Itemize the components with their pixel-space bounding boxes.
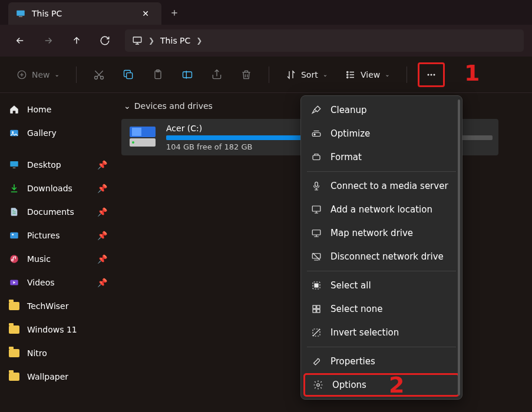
sidebar-item-label: Nitro bbox=[27, 348, 47, 358]
new-label: New bbox=[32, 70, 50, 79]
svg-rect-32 bbox=[312, 206, 320, 211]
sidebar-item-desktop[interactable]: Desktop 📌 bbox=[4, 153, 112, 177]
svg-point-42 bbox=[317, 384, 320, 387]
view-button[interactable]: View ⌄ bbox=[339, 64, 396, 85]
refresh-button[interactable] bbox=[93, 29, 117, 52]
chevron-down-icon: ⌄ bbox=[323, 71, 328, 78]
map-drive-icon bbox=[310, 227, 322, 239]
svg-rect-25 bbox=[132, 128, 141, 136]
menu-item-label: Connect to a media server bbox=[331, 181, 448, 191]
delete-button[interactable] bbox=[234, 64, 258, 85]
address-bar[interactable]: ❯ This PC ❯ bbox=[125, 29, 524, 52]
sidebar-item-downloads[interactable]: Downloads 📌 bbox=[4, 177, 112, 200]
invert-selection-icon bbox=[310, 327, 322, 338]
chevron-down-icon: ⌄ bbox=[385, 71, 389, 78]
menu-item-properties[interactable]: Properties bbox=[303, 350, 460, 373]
sidebar-item-label: Home bbox=[27, 105, 51, 114]
sidebar-item-pictures[interactable]: Pictures 📌 bbox=[4, 224, 112, 247]
menu-item-cleanup[interactable]: Cleanup bbox=[303, 98, 460, 122]
sidebar-item-home[interactable]: Home bbox=[4, 98, 112, 121]
menu-separator bbox=[307, 171, 456, 172]
menu-item-options[interactable]: Options bbox=[303, 373, 460, 397]
up-button[interactable] bbox=[65, 29, 88, 52]
chevron-right-icon: ❯ bbox=[196, 36, 202, 45]
sort-button[interactable]: Sort ⌄ bbox=[280, 64, 333, 85]
back-button[interactable] bbox=[8, 29, 32, 52]
downloads-icon bbox=[8, 182, 20, 194]
breadcrumb-location[interactable]: This PC bbox=[160, 36, 190, 45]
svg-rect-38 bbox=[317, 305, 320, 308]
sidebar-item-nitro[interactable]: Nitro bbox=[4, 341, 112, 365]
sidebar-item-label: Wallpaper bbox=[27, 372, 68, 381]
forward-button[interactable] bbox=[37, 29, 60, 52]
menu-item-label: Disconnect network drive bbox=[331, 251, 444, 262]
share-button[interactable] bbox=[205, 64, 229, 85]
menu-separator bbox=[307, 271, 456, 271]
close-tab-button[interactable]: ✕ bbox=[137, 5, 154, 22]
home-icon bbox=[8, 104, 20, 115]
sidebar-item-videos[interactable]: Videos 📌 bbox=[4, 271, 112, 294]
svg-point-22 bbox=[10, 255, 18, 263]
svg-point-17 bbox=[12, 131, 14, 133]
documents-icon bbox=[8, 206, 20, 218]
sidebar-item-wallpaper[interactable]: Wallpaper bbox=[4, 365, 112, 388]
active-tab[interactable]: This PC ✕ bbox=[8, 2, 161, 25]
folder-icon bbox=[8, 347, 20, 359]
context-menu: Cleanup Optimize Format Connect to a med… bbox=[300, 95, 462, 400]
sidebar-item-music[interactable]: Music 📌 bbox=[4, 247, 112, 271]
pin-icon: 📌 bbox=[97, 254, 107, 264]
svg-point-11 bbox=[347, 74, 348, 75]
new-tab-button[interactable]: ＋ bbox=[161, 1, 187, 24]
pin-icon: 📌 bbox=[97, 184, 107, 193]
menu-item-add-network[interactable]: Add a network location bbox=[303, 198, 460, 221]
sort-icon bbox=[286, 69, 296, 80]
menu-item-label: Select all bbox=[331, 280, 371, 291]
menu-item-select-all[interactable]: Select all bbox=[303, 274, 460, 297]
svg-point-15 bbox=[433, 74, 435, 75]
optimize-icon bbox=[310, 128, 322, 139]
pictures-icon bbox=[8, 230, 20, 241]
menu-item-label: Cleanup bbox=[331, 105, 367, 115]
select-none-icon bbox=[310, 303, 322, 315]
tab-title: This PC bbox=[32, 9, 137, 18]
scrollbar[interactable] bbox=[458, 99, 460, 396]
svg-point-13 bbox=[427, 74, 429, 75]
folder-icon bbox=[8, 300, 20, 312]
sidebar-item-documents[interactable]: Documents 📌 bbox=[4, 200, 112, 224]
cut-button[interactable] bbox=[87, 64, 111, 85]
add-network-icon bbox=[310, 204, 322, 215]
menu-item-label: Select none bbox=[331, 304, 382, 314]
menu-item-map-drive[interactable]: Map network drive bbox=[303, 221, 460, 245]
new-button[interactable]: New ⌄ bbox=[11, 64, 65, 85]
sidebar-item-label: Pictures bbox=[27, 231, 90, 240]
sidebar-item-gallery[interactable]: Gallery bbox=[4, 121, 112, 145]
menu-item-connect-media[interactable]: Connect to a media server bbox=[303, 174, 460, 198]
sidebar-item-label: Windows 11 bbox=[27, 325, 77, 334]
svg-point-12 bbox=[347, 77, 348, 78]
svg-rect-19 bbox=[13, 168, 16, 169]
svg-rect-36 bbox=[315, 284, 318, 287]
menu-item-disconnect-drive[interactable]: Disconnect network drive bbox=[303, 245, 460, 268]
more-button[interactable] bbox=[418, 62, 445, 87]
menu-item-optimize[interactable]: Optimize bbox=[303, 122, 460, 145]
menu-item-format[interactable]: Format bbox=[303, 145, 460, 169]
svg-rect-6 bbox=[127, 72, 133, 78]
folder-icon bbox=[8, 324, 20, 335]
view-label: View bbox=[361, 70, 380, 79]
gallery-icon bbox=[8, 127, 20, 139]
menu-separator bbox=[307, 347, 456, 347]
sidebar-item-techwiser[interactable]: TechWiser bbox=[4, 294, 112, 318]
sidebar-item-windows11[interactable]: Windows 11 bbox=[4, 318, 112, 341]
copy-button[interactable] bbox=[117, 64, 140, 85]
format-icon bbox=[310, 151, 322, 163]
menu-item-invert-selection[interactable]: Invert selection bbox=[303, 321, 460, 344]
paste-button[interactable] bbox=[146, 64, 170, 85]
svg-point-4 bbox=[94, 76, 97, 79]
menu-item-label: Format bbox=[331, 152, 362, 162]
svg-rect-0 bbox=[16, 11, 25, 16]
menu-item-label: Optimize bbox=[331, 128, 370, 139]
media-server-icon bbox=[310, 180, 322, 192]
rename-button[interactable] bbox=[176, 64, 199, 85]
menu-item-select-none[interactable]: Select none bbox=[303, 297, 460, 321]
svg-point-10 bbox=[347, 71, 348, 72]
